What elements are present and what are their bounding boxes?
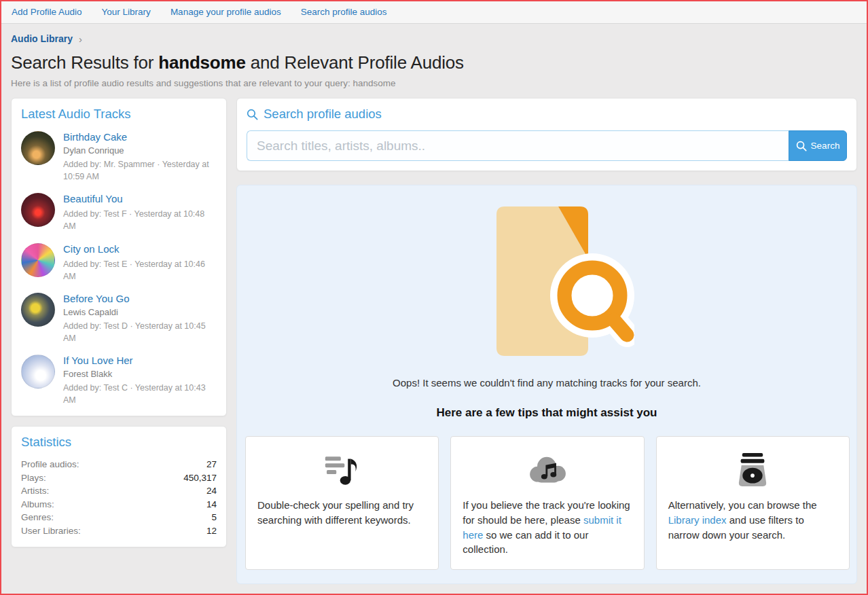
track-artist: Lewis Capaldi bbox=[63, 307, 217, 317]
page-title: Search Results for handsome and Relevant… bbox=[11, 52, 857, 73]
search-icon bbox=[247, 109, 258, 120]
track-artist: Dylan Conrique bbox=[63, 145, 217, 156]
nav-search-profile-audios[interactable]: Search profile audios bbox=[301, 7, 387, 17]
stat-row: User Libraries: 12 bbox=[21, 524, 217, 538]
stat-label: User Libraries: bbox=[21, 524, 81, 538]
document-search-illustration bbox=[459, 204, 634, 359]
playlist-music-icon bbox=[257, 449, 427, 491]
search-card-header: Search profile audios bbox=[247, 107, 847, 122]
chevron-right-icon: › bbox=[79, 34, 82, 44]
stat-row: Artists: 24 bbox=[21, 484, 217, 498]
stat-row: Profile audios: 27 bbox=[21, 458, 217, 471]
cloud-music-icon bbox=[463, 449, 632, 491]
track-title-link[interactable]: Birthday Cake bbox=[63, 131, 127, 143]
page-title-prefix: Search Results for bbox=[11, 52, 158, 73]
track-info: If You Love Her Forest Blakk Added by: T… bbox=[63, 355, 217, 406]
track-row: Birthday Cake Dylan Conrique Added by: M… bbox=[21, 131, 217, 183]
track-artwork[interactable] bbox=[21, 193, 55, 227]
track-artwork[interactable] bbox=[21, 293, 55, 327]
stat-label: Artists: bbox=[21, 484, 49, 498]
tip-text: Double-check your spelling and try searc… bbox=[257, 498, 427, 528]
tip-card-browse: Alternatively, you can browse the Librar… bbox=[656, 436, 850, 570]
app-window: Add Profile Audio Your Library Manage yo… bbox=[0, 0, 868, 595]
latest-audio-tracks-card: Latest Audio Tracks Birthday Cake Dylan … bbox=[11, 98, 227, 416]
track-list: Birthday Cake Dylan Conrique Added by: M… bbox=[21, 131, 217, 406]
record-box-icon bbox=[668, 449, 837, 491]
stat-row: Genres: 5 bbox=[21, 511, 217, 524]
statistics-card: Statistics Profile audios: 27 Plays: 450… bbox=[11, 426, 227, 547]
search-input[interactable] bbox=[247, 130, 789, 161]
track-meta: Added by: Test E · Yesterday at 10:46 AM bbox=[63, 258, 217, 283]
track-info: City on Lock Added by: Test E · Yesterda… bbox=[63, 243, 217, 283]
tip-text-pre: Double-check your spelling and try searc… bbox=[257, 499, 414, 526]
statistics-title: Statistics bbox=[21, 435, 217, 450]
track-title-link[interactable]: City on Lock bbox=[63, 243, 120, 255]
footer-breadcrumb: Audio Library › bbox=[1, 590, 867, 595]
tips-heading: Here are a few tips that might assist yo… bbox=[245, 406, 848, 420]
track-info: Beautiful You Added by: Test F · Yesterd… bbox=[63, 193, 217, 232]
search-button-label: Search bbox=[811, 141, 840, 151]
no-results-panel: Oops! It seems we couldn't find any matc… bbox=[236, 185, 857, 584]
stat-row: Albums: 14 bbox=[21, 498, 217, 511]
tip-text: Alternatively, you can browse the Librar… bbox=[668, 498, 837, 542]
stat-value: 27 bbox=[206, 458, 217, 471]
track-meta: Added by: Mr. Spammer · Yesterday at 10:… bbox=[63, 158, 217, 183]
no-results-message: Oops! It seems we couldn't find any matc… bbox=[245, 377, 848, 389]
stat-label: Genres: bbox=[21, 511, 54, 524]
track-artwork[interactable] bbox=[21, 243, 55, 277]
track-info: Birthday Cake Dylan Conrique Added by: M… bbox=[63, 131, 217, 183]
track-row: Before You Go Lewis Capaldi Added by: Te… bbox=[21, 293, 217, 344]
page-title-query: handsome bbox=[158, 52, 245, 73]
search-icon bbox=[796, 141, 807, 151]
breadcrumb-audio-library[interactable]: Audio Library bbox=[11, 33, 73, 44]
track-meta: Added by: Test F · Yesterday at 10:48 AM bbox=[63, 208, 217, 232]
stat-value: 24 bbox=[206, 484, 217, 498]
main-content: Search profile audios Search bbox=[236, 98, 857, 584]
stat-row: Plays: 450,317 bbox=[21, 471, 217, 485]
page-title-suffix: and Relevant Profile Audios bbox=[246, 52, 464, 73]
tip-text-pre: Alternatively, you can browse the bbox=[668, 499, 817, 511]
track-artwork[interactable] bbox=[21, 355, 55, 389]
search-card-title: Search profile audios bbox=[264, 107, 382, 122]
tips-row: Double-check your spelling and try searc… bbox=[245, 436, 850, 570]
track-row: City on Lock Added by: Test E · Yesterda… bbox=[21, 243, 217, 283]
tip-card-spelling: Double-check your spelling and try searc… bbox=[245, 436, 439, 570]
stat-value: 450,317 bbox=[183, 471, 217, 485]
stat-value: 14 bbox=[206, 498, 217, 511]
track-meta: Added by: Test D · Yesterday at 10:45 AM bbox=[63, 320, 217, 344]
nav-manage-profile-audios[interactable]: Manage your profile audios bbox=[170, 7, 281, 17]
statistics-rows: Profile audios: 27 Plays: 450,317 Artist… bbox=[21, 458, 217, 537]
track-title-link[interactable]: Beautiful You bbox=[63, 193, 123, 204]
stat-label: Plays: bbox=[21, 471, 46, 485]
nav-your-library[interactable]: Your Library bbox=[102, 7, 151, 17]
top-navigation: Add Profile Audio Your Library Manage yo… bbox=[1, 1, 867, 24]
latest-tracks-title: Latest Audio Tracks bbox=[21, 107, 217, 122]
track-title-link[interactable]: If You Love Her bbox=[63, 355, 133, 366]
sidebar: Latest Audio Tracks Birthday Cake Dylan … bbox=[11, 98, 227, 584]
nav-add-profile-audio[interactable]: Add Profile Audio bbox=[12, 7, 82, 17]
breadcrumb: Audio Library › bbox=[11, 33, 857, 44]
track-row: Beautiful You Added by: Test F · Yesterd… bbox=[21, 193, 217, 232]
stat-label: Profile audios: bbox=[21, 458, 79, 471]
search-input-group: Search bbox=[247, 130, 847, 161]
track-row: If You Love Her Forest Blakk Added by: T… bbox=[21, 355, 217, 406]
track-artwork[interactable] bbox=[21, 131, 55, 165]
search-button[interactable]: Search bbox=[789, 130, 847, 161]
stat-label: Albums: bbox=[21, 498, 54, 511]
track-info: Before You Go Lewis Capaldi Added by: Te… bbox=[63, 293, 217, 344]
library-index-link[interactable]: Library index bbox=[668, 514, 727, 526]
search-card: Search profile audios Search bbox=[236, 98, 857, 171]
track-artist: Forest Blakk bbox=[63, 369, 217, 379]
tip-card-submit: If you believe the track you're looking … bbox=[450, 436, 644, 570]
stat-value: 12 bbox=[206, 524, 217, 538]
page-subtitle: Here is a list of profile audio results … bbox=[11, 78, 857, 88]
stat-value: 5 bbox=[211, 511, 217, 524]
track-title-link[interactable]: Before You Go bbox=[63, 293, 130, 304]
tip-text: If you believe the track you're looking … bbox=[463, 498, 632, 557]
track-meta: Added by: Test C · Yesterday at 10:43 AM bbox=[63, 382, 217, 406]
